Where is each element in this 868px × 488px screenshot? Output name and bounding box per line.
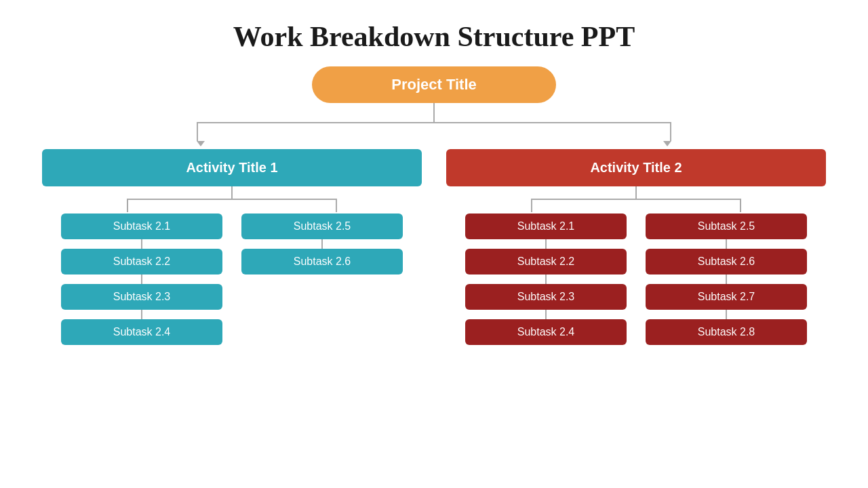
act2-subtask-2-2: Subtask 2.2 <box>465 249 627 274</box>
activity-2-section: Activity Title 2 Subtask 2.1 Subtask 2.2… <box>446 149 826 345</box>
act2-subtask-2-4: Subtask 2.4 <box>465 319 627 345</box>
act2-h-branch <box>531 199 741 200</box>
activity-1-section: Activity Title 1 Subtask 2.1 Subtask 2.2… <box>42 149 422 345</box>
activity-title-1: Activity Title 1 <box>42 149 422 186</box>
act1-subtask-2-1: Subtask 2.1 <box>61 214 222 239</box>
arrow-to-act2 <box>663 141 671 146</box>
activity-title-2: Activity Title 2 <box>446 149 826 186</box>
act2-subtask-2-6: Subtask 2.6 <box>646 249 807 274</box>
act1-col2: Subtask 2.5 Subtask 2.6 <box>241 214 403 345</box>
root-v-line <box>433 103 435 122</box>
page-title: Work Breakdown Structure PPT <box>233 20 635 53</box>
act1-subtask-2-3: Subtask 2.3 <box>61 284 222 310</box>
act1-subtask-2-2: Subtask 2.2 <box>61 249 222 274</box>
act2-subtask-2-8: Subtask 2.8 <box>646 319 807 345</box>
act2-subtask-2-5: Subtask 2.5 <box>646 214 807 239</box>
project-title-node: Project Title <box>312 66 556 103</box>
act2-v-line <box>635 186 637 199</box>
act2-col1: Subtask 2.1 Subtask 2.2 Subtask 2.3 Subt… <box>465 214 627 345</box>
act1-v-line <box>231 186 233 199</box>
act1-subtask-2-5: Subtask 2.5 <box>241 214 403 239</box>
arrow-to-act1 <box>197 141 205 146</box>
wbs-diagram: Project Title Activity Title 1 <box>0 66 868 345</box>
act2-subtask-2-7: Subtask 2.7 <box>646 284 807 310</box>
root-h-branch <box>197 122 671 123</box>
act2-subtask-2-1: Subtask 2.1 <box>465 214 627 239</box>
act1-h-branch <box>127 199 337 200</box>
act1-col1: Subtask 2.1 Subtask 2.2 Subtask 2.3 Subt… <box>61 214 222 345</box>
act1-subtask-2-4: Subtask 2.4 <box>61 319 222 345</box>
act2-col2: Subtask 2.5 Subtask 2.6 Subtask 2.7 Subt… <box>646 214 807 345</box>
root-arrows <box>197 141 671 146</box>
act1-subtask-2-6: Subtask 2.6 <box>241 249 403 274</box>
act2-subtask-2-3: Subtask 2.3 <box>465 284 627 310</box>
